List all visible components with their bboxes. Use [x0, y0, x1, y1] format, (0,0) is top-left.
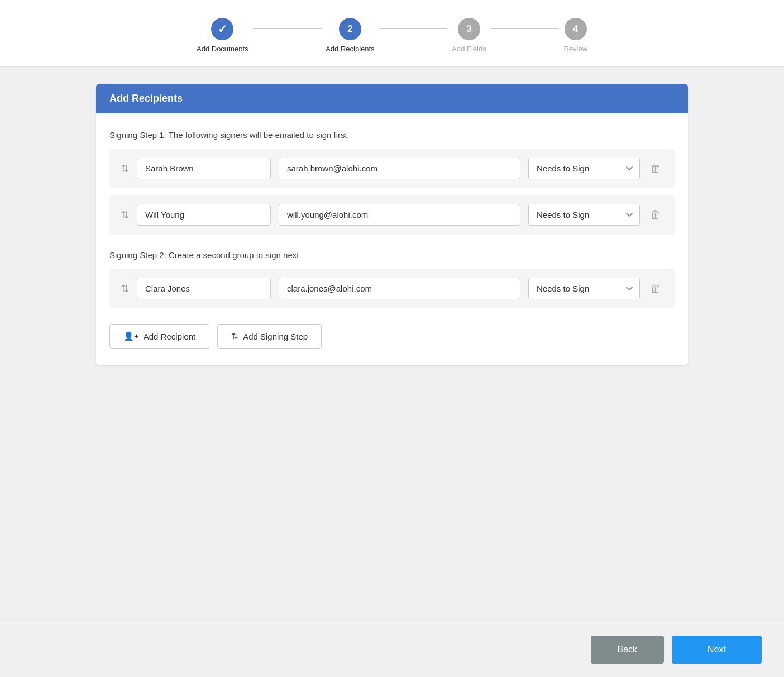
step-add-recipients: 2 Add Recipients — [326, 18, 374, 53]
add-signing-step-button[interactable]: ⇅ Add Signing Step — [217, 324, 322, 349]
sort-icon-1: ⇅ — [121, 163, 129, 175]
recipient-row-2: ⇅ Needs to Sign Receives a Copy In Perso… — [109, 195, 675, 235]
action-buttons: 👤+ Add Recipient ⇅ Add Signing Step — [109, 324, 675, 349]
stepper: Add Documents 2 Add Recipients 3 Add Fie… — [197, 18, 587, 53]
step-number-3: 3 — [467, 24, 472, 34]
add-recipient-icon: 👤+ — [123, 331, 139, 341]
card-header: Add Recipients — [96, 84, 688, 113]
connector-2-3 — [379, 28, 448, 29]
step-circle-4: 4 — [565, 18, 587, 40]
step-label-1: Add Documents — [197, 45, 248, 53]
delete-button-2[interactable]: 🗑 — [648, 206, 663, 223]
add-recipient-label: Add Recipient — [144, 332, 195, 341]
recipient-row-3: ⇅ Needs to Sign Receives a Copy In Perso… — [109, 269, 675, 308]
add-signing-step-icon: ⇅ — [231, 331, 238, 341]
step-add-documents: Add Documents — [197, 18, 248, 53]
step-label-3: Add Fields — [452, 45, 486, 53]
recipient-email-input-3[interactable] — [279, 278, 520, 299]
recipient-name-input-2[interactable] — [137, 204, 271, 226]
footer: Back Next — [0, 622, 784, 677]
step-review: 4 Review — [563, 18, 587, 53]
step-number-2: 2 — [347, 24, 352, 34]
step-circle-1 — [211, 18, 233, 40]
card-body: Signing Step 1: The following signers wi… — [96, 113, 688, 365]
checkmark-icon — [218, 22, 227, 36]
step-add-fields: 3 Add Fields — [452, 18, 486, 53]
back-button[interactable]: Back — [591, 636, 665, 664]
signing-step-1-label: Signing Step 1: The following signers wi… — [109, 130, 675, 140]
main-content: Add Recipients Signing Step 1: The follo… — [74, 67, 710, 622]
step-label-2: Add Recipients — [326, 45, 374, 53]
sort-icon-3: ⇅ — [121, 283, 129, 295]
add-recipients-card: Add Recipients Signing Step 1: The follo… — [96, 84, 688, 365]
add-recipient-button[interactable]: 👤+ Add Recipient — [109, 324, 209, 349]
step-circle-2: 2 — [339, 18, 361, 40]
role-dropdown-2[interactable]: Needs to Sign Receives a Copy In Person … — [528, 204, 640, 226]
connector-3-4 — [491, 28, 560, 29]
next-button[interactable]: Next — [672, 636, 762, 664]
recipient-name-input-3[interactable] — [137, 278, 271, 299]
recipient-row-1: ⇅ Needs to Sign Receives a Copy In Perso… — [109, 149, 675, 188]
connector-1-2 — [253, 28, 322, 29]
step-label-4: Review — [563, 45, 587, 53]
role-dropdown-1[interactable]: Needs to Sign Receives a Copy In Person … — [528, 158, 640, 179]
signing-step-2-section: Signing Step 2: Create a second group to… — [109, 250, 675, 308]
step-number-4: 4 — [573, 24, 578, 34]
delete-button-3[interactable]: 🗑 — [648, 280, 663, 297]
recipient-email-input-2[interactable] — [279, 204, 520, 226]
recipient-email-input-1[interactable] — [279, 158, 520, 179]
delete-button-1[interactable]: 🗑 — [648, 160, 663, 177]
recipient-name-input-1[interactable] — [137, 158, 271, 179]
signing-step-2-label: Signing Step 2: Create a second group to… — [109, 250, 675, 260]
stepper-container: Add Documents 2 Add Recipients 3 Add Fie… — [0, 0, 784, 67]
add-signing-step-label: Add Signing Step — [243, 332, 308, 341]
step-circle-3: 3 — [458, 18, 480, 40]
role-dropdown-3[interactable]: Needs to Sign Receives a Copy In Person … — [528, 278, 640, 299]
sort-icon-2: ⇅ — [121, 209, 129, 221]
